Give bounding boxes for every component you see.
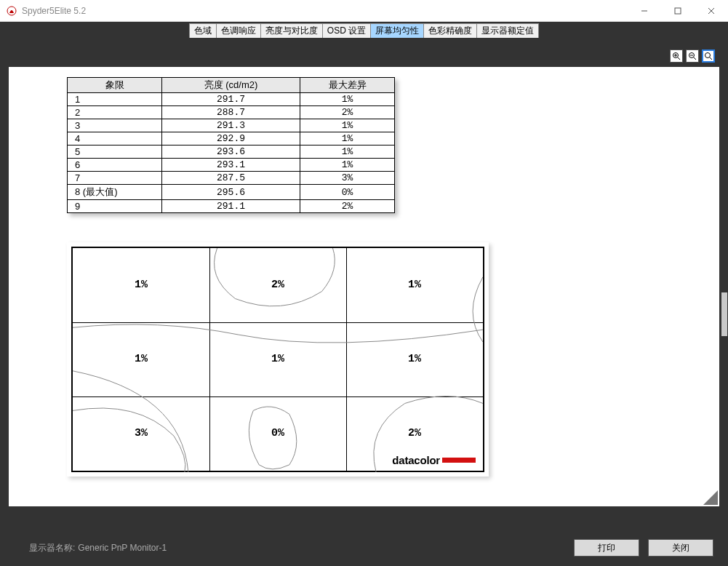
brand-logo: datacolor — [392, 454, 476, 466]
table-row: 4292.91% — [68, 132, 395, 146]
table-row: 8 (最大值)295.60% — [68, 185, 395, 200]
uniformity-grid: 1% 2% 1% 1% 1% 1% 3% 0% 2% datacolor — [71, 247, 484, 472]
maximize-button[interactable] — [661, 0, 695, 22]
uniformity-cell-2: 2% — [209, 248, 346, 322]
table-row: 1291.71% — [68, 93, 395, 106]
tab-gamut[interactable]: 色域 — [189, 23, 217, 38]
uniformity-cell-3: 1% — [346, 248, 483, 322]
table-row: 2288.72% — [68, 106, 395, 119]
brand-bar-icon — [442, 458, 476, 463]
minimize-button[interactable] — [628, 0, 661, 22]
tab-accuracy[interactable]: 色彩精确度 — [424, 23, 477, 38]
header-quadrant: 象限 — [68, 78, 162, 93]
report-page: 象限 亮度 (cd/m2) 最大差异 1291.71% 2288.72% 329… — [9, 67, 719, 506]
tab-tone[interactable]: 色调响应 — [217, 23, 261, 38]
close-button[interactable] — [695, 0, 728, 22]
uniformity-table: 象限 亮度 (cd/m2) 最大差异 1291.71% 2288.72% 329… — [67, 77, 395, 213]
resize-grip-icon[interactable] — [703, 490, 718, 505]
zoom-fit-button[interactable] — [702, 49, 715, 63]
zoom-in-icon — [672, 52, 681, 60]
table-row: 9291.12% — [68, 200, 395, 213]
svg-rect-2 — [675, 8, 681, 14]
uniformity-cell-1: 1% — [73, 248, 209, 322]
svg-line-13 — [710, 57, 713, 60]
table-row: 3291.31% — [68, 119, 395, 132]
table-row: 6293.11% — [68, 159, 395, 172]
scroll-indicator[interactable] — [721, 292, 727, 336]
footer: 显示器名称: Generic PnP Monitor-1 打印 关闭 — [0, 530, 728, 566]
report-frame: 象限 亮度 (cd/m2) 最大差异 1291.71% 2288.72% 329… — [0, 38, 728, 530]
header-maxdiff: 最大差异 — [300, 78, 395, 93]
uniformity-cell-4: 1% — [73, 322, 209, 396]
uniformity-cell-8: 0% — [209, 396, 346, 471]
monitor-label: 显示器名称: — [29, 542, 75, 554]
brand-name: datacolor — [392, 454, 440, 466]
zoom-fit-icon — [704, 52, 713, 60]
tabstrip: 色域 色调响应 亮度与对比度 OSD 设置 屏幕均匀性 色彩精确度 显示器额定值 — [0, 22, 728, 38]
window-title: Spyder5Elite 5.2 — [22, 6, 86, 16]
svg-point-12 — [705, 53, 711, 58]
svg-line-10 — [694, 57, 697, 60]
print-button[interactable]: 打印 — [574, 539, 639, 557]
uniformity-cell-7: 3% — [73, 396, 209, 471]
tab-uniformity[interactable]: 屏幕均匀性 — [371, 23, 424, 38]
monitor-name: Generic PnP Monitor-1 — [78, 543, 167, 553]
zoom-out-icon — [688, 52, 697, 60]
svg-line-6 — [678, 57, 681, 60]
tab-osd[interactable]: OSD 设置 — [323, 23, 371, 38]
close-app-button[interactable]: 关闭 — [648, 539, 713, 557]
uniformity-cell-5: 1% — [209, 322, 346, 396]
zoom-toolbar — [670, 49, 715, 63]
zoom-in-button[interactable] — [670, 49, 683, 63]
tab-brightness[interactable]: 亮度与对比度 — [261, 23, 323, 38]
header-luminance: 亮度 (cd/m2) — [162, 78, 300, 93]
zoom-out-button[interactable] — [686, 49, 699, 63]
uniformity-map-panel: 1% 2% 1% 1% 1% 1% 3% 0% 2% datacolor — [67, 242, 489, 477]
table-row: 7287.53% — [68, 172, 395, 185]
titlebar: Spyder5Elite 5.2 — [0, 0, 728, 22]
table-row: 5293.61% — [68, 146, 395, 159]
tab-rating[interactable]: 显示器额定值 — [477, 23, 539, 38]
uniformity-cell-6: 1% — [346, 322, 483, 396]
app-icon — [6, 5, 17, 17]
